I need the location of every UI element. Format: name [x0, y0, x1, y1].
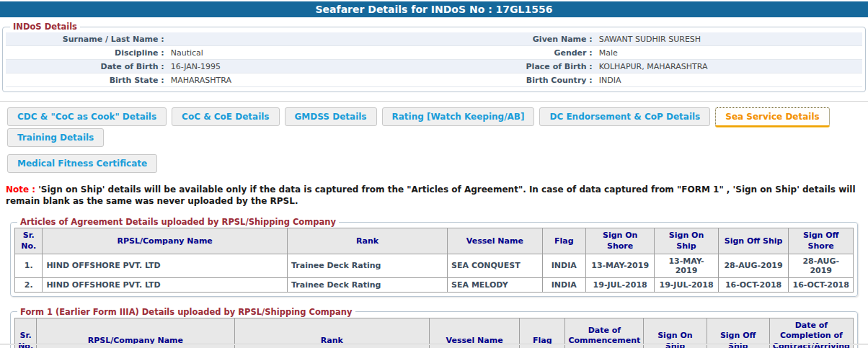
field-label: Given Name :	[434, 32, 597, 46]
field-value: Nautical	[169, 46, 434, 60]
indos-details-legend: INDoS Details	[10, 22, 80, 32]
note-text: 'Sign on Ship' details will be available…	[6, 184, 856, 206]
tab-coc-coe-details[interactable]: CoC & CoE Details	[172, 107, 279, 126]
cell: INDIA	[542, 254, 585, 277]
cell: 13-MAY-2019	[585, 254, 654, 277]
cell: 1.	[15, 254, 43, 277]
tab-rating-watch-keeping-ab[interactable]: Rating [Watch Keeping/AB]	[382, 107, 535, 126]
field-value: Male	[597, 46, 862, 60]
seafarer-details-page: Seafarer Details for INDoS No : 17GL1556…	[0, 0, 868, 348]
field-label: Birth Country :	[434, 73, 597, 87]
field-value: 16-JAN-1995	[169, 60, 434, 73]
cell: Trainee Deck Rating	[287, 277, 447, 292]
table-row: 2.HIND OFFSHORE PVT. LTDTrainee Deck Rat…	[15, 277, 854, 292]
cell: 19-JUL-2018	[655, 277, 718, 292]
column-header: Sign Off Ship	[718, 228, 789, 254]
cell: HIND OFFSHORE PVT. LTD	[43, 254, 288, 277]
note: Note :'Sign on Ship' details will be ava…	[6, 184, 862, 207]
tab-gmdss-details[interactable]: GMDSS Details	[285, 107, 377, 126]
detail-row: Surname / Last Name :Given Name :SAWANT …	[6, 32, 862, 46]
field-value: SAWANT SUDHIR SURESH	[597, 32, 862, 46]
form1-fieldset: Form 1 (Earlier Form IIIA) Details uploa…	[10, 307, 858, 348]
indos-details-fieldset: INDoS Details Surname / Last Name :Given…	[2, 22, 866, 92]
field-label: Surname / Last Name :	[6, 32, 169, 46]
cell: INDIA	[542, 277, 585, 292]
cell: SEA CONQUEST	[448, 254, 542, 277]
column-header: Sr. No.	[15, 228, 43, 254]
articles-of-agreement-legend: Articles of Agreement Details uploaded b…	[17, 217, 339, 227]
bottom-divider	[0, 344, 868, 345]
detail-row: Discipline :NauticalGender :Male	[6, 46, 862, 60]
cell: 13-MAY-2019	[655, 254, 718, 277]
note-prefix: Note :	[6, 184, 35, 195]
column-header: Sign On Ship	[655, 228, 718, 254]
tabs-row-2: Medical Fitness Certificate	[7, 154, 868, 174]
column-header: Sign Off Shore	[789, 228, 854, 254]
cell: HIND OFFSHORE PVT. LTD	[43, 277, 288, 292]
cell: 2.	[15, 277, 43, 292]
field-label: Date of Birth :	[6, 60, 169, 73]
indos-details-grid: Surname / Last Name :Given Name :SAWANT …	[6, 32, 862, 87]
page-title: Seafarer Details for INDoS No : 17GL1556	[0, 1, 868, 17]
tab-dc-endorsement-cop-details[interactable]: DC Endorsement & CoP Details	[539, 107, 710, 126]
cell: Trainee Deck Rating	[287, 254, 447, 277]
articles-of-agreement-fieldset: Articles of Agreement Details uploaded b…	[10, 217, 858, 297]
field-label: Birth State :	[6, 73, 169, 87]
column-header: Vessel Name	[448, 228, 542, 254]
articles-of-agreement-table: Sr. No.RPSL/Company NameRankVessel NameF…	[14, 228, 854, 293]
cell: 28-AUG-2019	[718, 254, 789, 277]
section-divider	[0, 101, 868, 102]
field-value	[169, 32, 434, 46]
detail-row: Date of Birth :16-JAN-1995Place of Birth…	[6, 60, 862, 73]
tab-training-details[interactable]: Training Details	[7, 128, 104, 147]
detail-row: Birth State :MAHARASHTRABirth Country :I…	[6, 73, 862, 87]
field-label: Gender :	[434, 46, 597, 60]
column-header: RPSL/Company Name	[43, 228, 288, 254]
column-header: Rank	[287, 228, 447, 254]
cell: 16-OCT-2018	[789, 277, 854, 292]
cell: 19-JUL-2018	[585, 277, 654, 292]
field-label: Place of Birth :	[434, 60, 597, 73]
field-value: INDIA	[597, 73, 862, 87]
table-row: 1.HIND OFFSHORE PVT. LTDTrainee Deck Rat…	[15, 254, 854, 277]
field-value: KOLHAPUR, MAHARASHTRA	[597, 60, 862, 73]
form1-legend: Form 1 (Earlier Form IIIA) Details uploa…	[17, 307, 355, 317]
tab-sea-service-details[interactable]: Sea Service Details	[715, 107, 829, 127]
column-header: Flag	[542, 228, 585, 254]
cell: SEA MELODY	[448, 277, 542, 292]
column-header: Sign On Shore	[585, 228, 654, 254]
tab-cdc-coc-as-cook-details[interactable]: CDC & "CoC as Cook" Details	[7, 107, 167, 126]
tab-medical-fitness-certificate[interactable]: Medical Fitness Certificate	[7, 154, 157, 173]
field-value: MAHARASHTRA	[169, 73, 434, 87]
field-label: Discipline :	[6, 46, 169, 60]
tabs-row-1: CDC & "CoC as Cook" DetailsCoC & CoE Det…	[7, 107, 868, 148]
cell: 16-OCT-2018	[718, 277, 789, 292]
cell: 28-AUG-2019	[789, 254, 854, 277]
table-header-row: Sr. No.RPSL/Company NameRankVessel NameF…	[15, 228, 854, 254]
